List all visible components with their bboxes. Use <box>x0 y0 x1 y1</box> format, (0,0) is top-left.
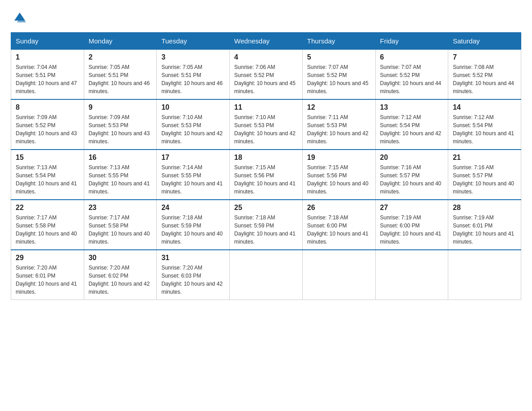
calendar-cell: 20Sunrise: 7:16 AMSunset: 5:57 PMDayligh… <box>375 150 448 200</box>
calendar-cell: 21Sunrise: 7:16 AMSunset: 5:57 PMDayligh… <box>448 150 521 200</box>
day-info: Sunrise: 7:18 AMSunset: 5:59 PMDaylight:… <box>161 214 225 246</box>
day-number: 21 <box>453 154 516 162</box>
day-number: 14 <box>453 103 516 111</box>
day-info: Sunrise: 7:11 AMSunset: 5:53 PMDaylight:… <box>307 113 371 146</box>
day-number: 28 <box>453 204 516 212</box>
day-info: Sunrise: 7:05 AMSunset: 5:51 PMDaylight:… <box>89 63 152 95</box>
calendar-cell: 24Sunrise: 7:18 AMSunset: 5:59 PMDayligh… <box>157 200 230 250</box>
page-header <box>11 11 521 23</box>
calendar-cell: 31Sunrise: 7:20 AMSunset: 6:03 PMDayligh… <box>157 250 230 300</box>
calendar-cell: 17Sunrise: 7:14 AMSunset: 5:55 PMDayligh… <box>157 150 230 200</box>
day-number: 31 <box>161 254 225 262</box>
calendar-week-row: 22Sunrise: 7:17 AMSunset: 5:58 PMDayligh… <box>11 200 521 250</box>
calendar-cell: 16Sunrise: 7:13 AMSunset: 5:55 PMDayligh… <box>84 150 157 200</box>
calendar-table: SundayMondayTuesdayWednesdayThursdayFrid… <box>11 32 521 300</box>
calendar-cell <box>302 250 375 300</box>
day-info: Sunrise: 7:14 AMSunset: 5:55 PMDaylight:… <box>161 163 225 196</box>
day-number: 12 <box>307 103 371 111</box>
day-info: Sunrise: 7:09 AMSunset: 5:52 PMDaylight:… <box>16 113 79 146</box>
day-info: Sunrise: 7:16 AMSunset: 5:57 PMDaylight:… <box>380 163 444 196</box>
day-info: Sunrise: 7:13 AMSunset: 5:54 PMDaylight:… <box>16 163 79 196</box>
day-number: 19 <box>307 154 371 162</box>
day-number: 10 <box>161 103 225 111</box>
col-header-monday: Monday <box>84 33 157 50</box>
col-header-thursday: Thursday <box>302 33 375 50</box>
calendar-cell: 27Sunrise: 7:19 AMSunset: 6:00 PMDayligh… <box>375 200 448 250</box>
day-info: Sunrise: 7:05 AMSunset: 5:51 PMDaylight:… <box>161 63 225 95</box>
logo <box>11 11 28 23</box>
day-info: Sunrise: 7:20 AMSunset: 6:02 PMDaylight:… <box>89 264 152 296</box>
day-number: 2 <box>89 53 152 61</box>
day-number: 23 <box>89 204 152 212</box>
calendar-week-row: 15Sunrise: 7:13 AMSunset: 5:54 PMDayligh… <box>11 150 521 200</box>
day-number: 25 <box>234 204 298 212</box>
day-info: Sunrise: 7:16 AMSunset: 5:57 PMDaylight:… <box>453 163 516 196</box>
calendar-cell: 23Sunrise: 7:17 AMSunset: 5:58 PMDayligh… <box>84 200 157 250</box>
calendar-cell: 26Sunrise: 7:18 AMSunset: 6:00 PMDayligh… <box>302 200 375 250</box>
day-number: 8 <box>16 103 79 111</box>
day-number: 11 <box>234 103 298 111</box>
calendar-cell: 18Sunrise: 7:15 AMSunset: 5:56 PMDayligh… <box>230 150 303 200</box>
day-number: 7 <box>453 53 516 61</box>
calendar-week-row: 8Sunrise: 7:09 AMSunset: 5:52 PMDaylight… <box>11 99 521 150</box>
day-number: 6 <box>380 53 444 61</box>
calendar-cell: 10Sunrise: 7:10 AMSunset: 5:53 PMDayligh… <box>157 99 230 150</box>
calendar-cell: 25Sunrise: 7:18 AMSunset: 5:59 PMDayligh… <box>230 200 303 250</box>
calendar-cell: 14Sunrise: 7:12 AMSunset: 5:54 PMDayligh… <box>448 99 521 150</box>
calendar-cell: 12Sunrise: 7:11 AMSunset: 5:53 PMDayligh… <box>302 99 375 150</box>
day-number: 22 <box>16 204 79 212</box>
day-info: Sunrise: 7:06 AMSunset: 5:52 PMDaylight:… <box>234 63 298 95</box>
calendar-cell: 29Sunrise: 7:20 AMSunset: 6:01 PMDayligh… <box>11 250 84 300</box>
calendar-cell: 8Sunrise: 7:09 AMSunset: 5:52 PMDaylight… <box>11 99 84 150</box>
day-info: Sunrise: 7:17 AMSunset: 5:58 PMDaylight:… <box>89 214 152 246</box>
calendar-cell: 11Sunrise: 7:10 AMSunset: 5:53 PMDayligh… <box>230 99 303 150</box>
day-info: Sunrise: 7:15 AMSunset: 5:56 PMDaylight:… <box>234 163 298 196</box>
day-info: Sunrise: 7:07 AMSunset: 5:52 PMDaylight:… <box>307 63 371 95</box>
calendar-cell: 5Sunrise: 7:07 AMSunset: 5:52 PMDaylight… <box>302 50 375 100</box>
calendar-week-row: 29Sunrise: 7:20 AMSunset: 6:01 PMDayligh… <box>11 250 521 300</box>
day-number: 13 <box>380 103 444 111</box>
calendar-cell: 22Sunrise: 7:17 AMSunset: 5:58 PMDayligh… <box>11 200 84 250</box>
day-number: 4 <box>234 53 298 61</box>
day-number: 17 <box>161 154 225 162</box>
day-number: 1 <box>16 53 79 61</box>
day-info: Sunrise: 7:18 AMSunset: 6:00 PMDaylight:… <box>307 214 371 246</box>
day-info: Sunrise: 7:08 AMSunset: 5:52 PMDaylight:… <box>453 63 516 95</box>
calendar-cell: 6Sunrise: 7:07 AMSunset: 5:52 PMDaylight… <box>375 50 448 100</box>
day-info: Sunrise: 7:04 AMSunset: 5:51 PMDaylight:… <box>16 63 79 95</box>
day-number: 20 <box>380 154 444 162</box>
col-header-friday: Friday <box>375 33 448 50</box>
calendar-cell: 13Sunrise: 7:12 AMSunset: 5:54 PMDayligh… <box>375 99 448 150</box>
calendar-week-row: 1Sunrise: 7:04 AMSunset: 5:51 PMDaylight… <box>11 50 521 100</box>
calendar-cell: 28Sunrise: 7:19 AMSunset: 6:01 PMDayligh… <box>448 200 521 250</box>
day-number: 29 <box>16 254 79 262</box>
calendar-cell: 4Sunrise: 7:06 AMSunset: 5:52 PMDaylight… <box>230 50 303 100</box>
day-info: Sunrise: 7:09 AMSunset: 5:53 PMDaylight:… <box>89 113 152 146</box>
day-info: Sunrise: 7:10 AMSunset: 5:53 PMDaylight:… <box>234 113 298 146</box>
day-info: Sunrise: 7:12 AMSunset: 5:54 PMDaylight:… <box>380 113 444 146</box>
day-number: 18 <box>234 154 298 162</box>
logo-icon <box>13 11 26 23</box>
day-number: 16 <box>89 154 152 162</box>
day-number: 3 <box>161 53 225 61</box>
calendar-header-row: SundayMondayTuesdayWednesdayThursdayFrid… <box>11 33 521 50</box>
col-header-saturday: Saturday <box>448 33 521 50</box>
day-info: Sunrise: 7:10 AMSunset: 5:53 PMDaylight:… <box>161 113 225 146</box>
day-info: Sunrise: 7:17 AMSunset: 5:58 PMDaylight:… <box>16 214 79 246</box>
day-info: Sunrise: 7:20 AMSunset: 6:03 PMDaylight:… <box>161 264 225 296</box>
day-number: 30 <box>89 254 152 262</box>
day-info: Sunrise: 7:18 AMSunset: 5:59 PMDaylight:… <box>234 214 298 246</box>
day-number: 24 <box>161 204 225 212</box>
col-header-tuesday: Tuesday <box>157 33 230 50</box>
day-number: 5 <box>307 53 371 61</box>
calendar-cell: 9Sunrise: 7:09 AMSunset: 5:53 PMDaylight… <box>84 99 157 150</box>
col-header-wednesday: Wednesday <box>230 33 303 50</box>
day-number: 15 <box>16 154 79 162</box>
calendar-cell: 7Sunrise: 7:08 AMSunset: 5:52 PMDaylight… <box>448 50 521 100</box>
day-info: Sunrise: 7:13 AMSunset: 5:55 PMDaylight:… <box>89 163 152 196</box>
day-info: Sunrise: 7:20 AMSunset: 6:01 PMDaylight:… <box>16 264 79 296</box>
day-info: Sunrise: 7:15 AMSunset: 5:56 PMDaylight:… <box>307 163 371 196</box>
day-number: 9 <box>89 103 152 111</box>
day-info: Sunrise: 7:12 AMSunset: 5:54 PMDaylight:… <box>453 113 516 146</box>
calendar-cell <box>448 250 521 300</box>
